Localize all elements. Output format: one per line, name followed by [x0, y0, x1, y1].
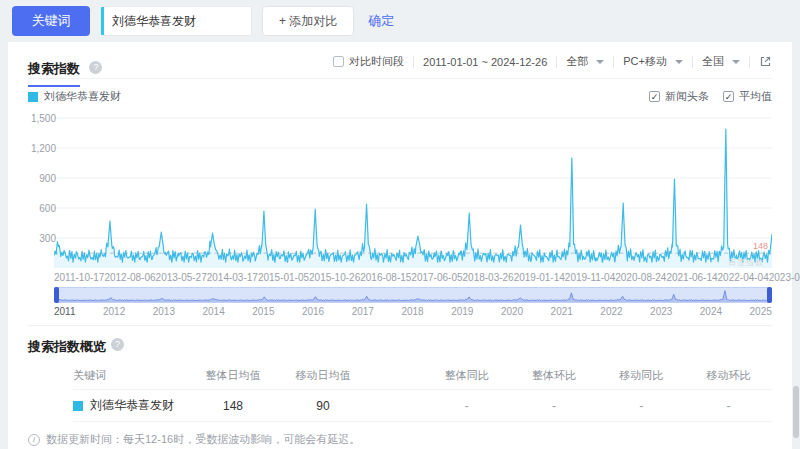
svg-text:148: 148 [753, 241, 768, 251]
chart-controls: 对比时间段 2011-01-01 ~ 2024-12-26 全部 PC+移动 全… [333, 54, 772, 78]
confirm-button[interactable]: 确定 [368, 12, 394, 30]
compare-period-label: 对比时间段 [349, 54, 404, 69]
divider [413, 56, 414, 68]
export-icon[interactable] [759, 55, 772, 68]
chevron-down-icon [675, 60, 683, 64]
chevron-down-icon [596, 60, 604, 64]
divider [749, 56, 750, 68]
tab-left: 搜索指数 [28, 59, 102, 78]
keyword-button[interactable]: 关键词 [12, 6, 90, 36]
keyword-input-wrap [100, 6, 252, 36]
x-tick-label: 2017-06-05 [411, 272, 462, 283]
slider-mini-chart [55, 288, 771, 302]
x-tick-label: 2019-01-14 [514, 272, 565, 283]
mobile-mom-value: - [685, 399, 772, 413]
x-tick-label: 2014-03-17 [207, 272, 258, 283]
region-label: 全国 [702, 54, 724, 69]
y-axis-labels: 3006009001,2001,500 [26, 112, 52, 270]
series-legend-label: 刘德华恭喜发财 [44, 89, 121, 104]
tab-row: 搜索指数 对比时间段 2011-01-01 ~ 2024-12-26 全部 PC… [28, 42, 772, 79]
add-compare-button[interactable]: + 添加对比 [262, 6, 354, 36]
topbar: 关键词 + 添加对比 确定 [0, 0, 800, 42]
slider-handle-right[interactable] [767, 287, 772, 303]
x-tick-label: 2023-01-23 [769, 272, 800, 283]
x-tick-label: 2019-11-04 [565, 272, 615, 283]
series-color-swatch [28, 92, 38, 102]
note-text: 数据更新时间：每天12-16时，受数据波动影响，可能会有延迟。 [46, 432, 360, 447]
x-tick-label: 2020-08-24 [615, 272, 666, 283]
col-overall-mom: 整体环比 [510, 368, 597, 383]
data-update-note: 数据更新时间：每天12-16时，受数据波动影响，可能会有延迟。 [28, 422, 772, 449]
date-range-picker[interactable]: 2011-01-01 ~ 2024-12-26 [423, 56, 547, 68]
info-icon [28, 434, 40, 446]
keyword-text: 刘德华恭喜发财 [90, 397, 174, 414]
year-label: 2018 [401, 306, 423, 317]
year-label: 2021 [551, 306, 573, 317]
x-tick-label: 2018-03-26 [463, 272, 514, 283]
year-label: 2013 [153, 306, 175, 317]
year-label: 2017 [352, 306, 374, 317]
overview-title-row: 搜索指数概览 [28, 338, 772, 356]
slider-handle-left[interactable] [54, 287, 59, 303]
col-mobile-mom: 移动环比 [685, 368, 772, 383]
year-label: 2012 [103, 306, 125, 317]
col-overall-avg: 整体日均值 [188, 368, 278, 383]
help-icon[interactable] [89, 61, 102, 74]
year-label: 2024 [700, 306, 722, 317]
overall-yoy-value: - [423, 399, 510, 413]
col-mobile-avg: 移动日均值 [278, 368, 368, 383]
source-label: 全部 [566, 54, 588, 69]
divider [613, 56, 614, 68]
year-axis-labels: 2011201220132014201520162017201820192020… [54, 306, 772, 317]
overview-title: 搜索指数概览 [28, 338, 106, 356]
x-tick-label: 2012-08-06 [104, 272, 155, 283]
news-headlines-checkbox[interactable]: 新闻头条 [649, 89, 709, 104]
x-tick-label: 2015-01-05 [258, 272, 309, 283]
year-label: 2011 [54, 306, 76, 317]
year-label: 2023 [650, 306, 672, 317]
x-tick-label: 2011-10-17 [54, 272, 104, 283]
chevron-down-icon [732, 60, 740, 64]
year-label: 2020 [501, 306, 523, 317]
trend-line-chart[interactable]: 148百度指数 [54, 112, 772, 270]
series-color-swatch [73, 401, 83, 411]
divider [556, 56, 557, 68]
time-range-slider[interactable] [54, 287, 772, 303]
x-tick-label: 2021-06-14 [666, 272, 717, 283]
year-label: 2025 [750, 306, 772, 317]
checked-checkbox-icon [649, 91, 660, 102]
overview-table: 关键词 整体日均值 移动日均值 整体同比 整体环比 移动同比 移动环比 刘德华恭… [28, 362, 772, 422]
svg-text:百度指数: 百度指数 [728, 258, 764, 267]
help-icon[interactable] [111, 338, 124, 351]
col-overall-yoy: 整体同比 [423, 368, 510, 383]
device-label: PC+移动 [623, 54, 667, 69]
year-label: 2019 [451, 306, 473, 317]
checkbox-icon [333, 56, 344, 67]
average-label: 平均值 [739, 89, 772, 104]
checked-checkbox-icon [723, 91, 734, 102]
region-dropdown[interactable]: 全国 [702, 54, 740, 69]
mobile-avg-value: 90 [278, 399, 368, 413]
x-tick-label: 2015-10-26 [309, 272, 360, 283]
legend-row: 刘德华恭喜发财 新闻头条 平均值 [28, 79, 772, 106]
compare-period-checkbox[interactable]: 对比时间段 [333, 54, 404, 69]
legend-toggles: 新闻头条 平均值 [649, 89, 772, 104]
x-tick-label: 2016-08-15 [360, 272, 411, 283]
x-axis-labels: 2011-10-172012-08-062013-05-272014-03-17… [54, 272, 772, 283]
year-label: 2015 [252, 306, 274, 317]
year-label: 2014 [202, 306, 224, 317]
news-headlines-label: 新闻头条 [665, 89, 709, 104]
trend-chart[interactable]: 3006009001,2001,500 148百度指数 [54, 112, 772, 270]
scrollbar-thumb[interactable] [793, 386, 799, 438]
table-row[interactable]: 刘德华恭喜发财 148 90 - - - - [73, 390, 772, 422]
source-dropdown[interactable]: 全部 [566, 54, 604, 69]
series-legend[interactable]: 刘德华恭喜发财 [28, 89, 121, 104]
mobile-yoy-value: - [598, 399, 685, 413]
overall-mom-value: - [510, 399, 597, 413]
x-tick-label: 2022-04-04 [718, 272, 769, 283]
keyword-input[interactable] [104, 7, 252, 35]
overview-section: 搜索指数概览 关键词 整体日均值 移动日均值 整体同比 整体环比 移动同比 移动… [28, 325, 772, 449]
average-checkbox[interactable]: 平均值 [723, 89, 772, 104]
device-dropdown[interactable]: PC+移动 [623, 54, 683, 69]
tab-search-index[interactable]: 搜索指数 [28, 61, 80, 87]
